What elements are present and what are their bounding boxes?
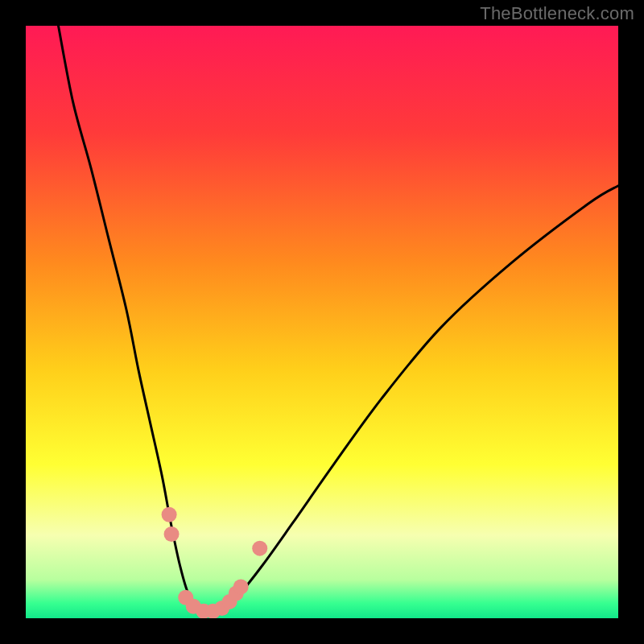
marker-dot	[233, 579, 249, 594]
gradient-plot-area	[26, 26, 618, 618]
marker-dot	[252, 541, 267, 556]
chart-frame: { "watermark": "TheBottleneck.com", "cha…	[0, 0, 644, 644]
marker-dot	[162, 507, 177, 522]
marker-dot	[164, 526, 180, 542]
bottleneck-chart	[0, 0, 644, 644]
watermark-text: TheBottleneck.com	[480, 3, 634, 24]
